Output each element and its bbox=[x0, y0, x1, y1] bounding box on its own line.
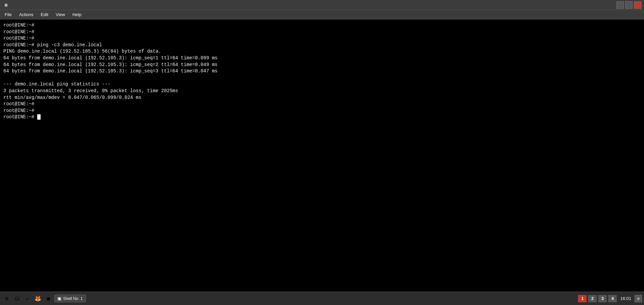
editor-icon[interactable]: ✏ bbox=[23, 294, 32, 303]
taskbar: ⚙🗂✏🦊▣▣Shell No. 1 123416:01▤ bbox=[0, 292, 644, 305]
taskbar-icons: ⚙🗂✏🦊▣ bbox=[2, 294, 53, 303]
workspace-btn-3[interactable]: 3 bbox=[598, 295, 607, 302]
menu-item-view[interactable]: View bbox=[52, 11, 68, 18]
terminal-icon[interactable]: ▣ bbox=[44, 294, 53, 303]
menu-item-edit[interactable]: Edit bbox=[38, 11, 52, 18]
taskbar-app-shell[interactable]: ▣Shell No. 1 bbox=[54, 295, 86, 302]
taskbar-end-button[interactable]: ▤ bbox=[635, 295, 642, 302]
menu-item-help[interactable]: Help bbox=[69, 11, 85, 18]
taskbar-right: 123416:01▤ bbox=[578, 295, 642, 302]
workspace-btn-4[interactable]: 4 bbox=[608, 295, 617, 302]
settings-icon[interactable]: ⚙ bbox=[2, 294, 11, 303]
terminal-output: root@INE:~# root@INE:~# root@INE:~# root… bbox=[3, 22, 641, 121]
close-button[interactable] bbox=[634, 1, 641, 9]
menu-item-actions[interactable]: Actions bbox=[16, 11, 37, 18]
maximize-button[interactable] bbox=[625, 1, 633, 9]
files-icon[interactable]: 🗂 bbox=[12, 294, 22, 303]
taskbar-clock: 16:01 bbox=[618, 296, 633, 301]
workspace-btn-1[interactable]: 1 bbox=[578, 295, 587, 302]
workspace-btn-2[interactable]: 2 bbox=[588, 295, 597, 302]
window-controls bbox=[616, 1, 641, 9]
terminal-area[interactable]: root@INE:~# root@INE:~# root@INE:~# root… bbox=[0, 19, 644, 292]
firefox-icon[interactable]: 🦊 bbox=[33, 294, 43, 303]
titlebar: ▣ bbox=[0, 0, 644, 10]
menu-item-file[interactable]: File bbox=[1, 11, 15, 18]
terminal-cursor bbox=[37, 114, 41, 120]
minimize-button[interactable] bbox=[616, 1, 624, 9]
terminal-title-icon: ▣ bbox=[3, 2, 9, 8]
menubar: FileActionsEditViewHelp bbox=[0, 10, 644, 19]
titlebar-left: ▣ bbox=[3, 2, 9, 8]
